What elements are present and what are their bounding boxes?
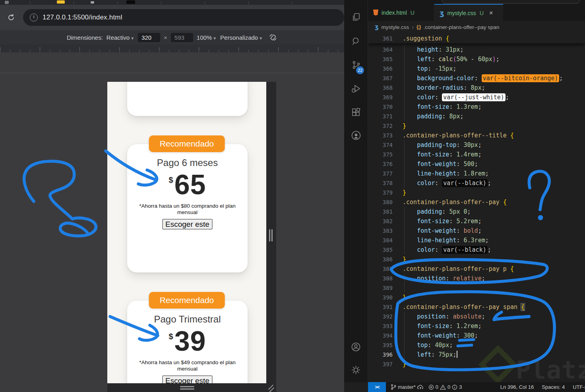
source-control-icon[interactable]: 22 [344,55,368,75]
tab-label: mystyle.css [447,10,476,16]
line-content: padding: 8px; [393,112,464,121]
indent-guide [404,321,405,331]
indent-guide [404,112,405,121]
reload-icon[interactable] [5,11,17,24]
breadcrumb-separator: › [412,24,414,30]
viewport-resize-handle-right[interactable] [269,229,270,241]
line-content: font-weight: 500; [393,159,478,169]
line-number: 391 [368,302,393,312]
code-line: 387.container-plans-offer--pay p { [368,264,585,274]
indent-guide [404,207,405,216]
url-text: 127.0.0.1:5500/index.html [43,14,122,21]
line-content: .suggestion { [393,34,449,43]
tab-index-html[interactable]: index.html U [368,4,434,21]
problems-item[interactable]: 0 0 3 [428,384,462,390]
viewport-width-input[interactable]: 320 [138,33,160,42]
code-line: 384 line-height: 6.3rem; [368,236,585,245]
settings-gear-icon[interactable] [344,360,368,380]
remote-indicator[interactable]: >< [368,382,386,392]
line-number: 386 [368,255,393,264]
code-line: 397} [368,359,585,369]
browser-toolbar: i 127.0.0.1:5500/index.html [0,5,344,31]
line-number: 377 [368,169,393,178]
code-line: 388 position: relative; [368,274,585,283]
command-center[interactable] [442,0,580,4]
search-icon[interactable] [344,31,368,51]
address-bar[interactable]: i 127.0.0.1:5500/index.html [23,9,344,26]
line-number: 371 [368,112,393,121]
line-content: height: 31px; [393,45,464,54]
git-untracked-flag: U [480,10,484,16]
line-number: 366 [368,64,393,73]
viewport-resize-handle-right[interactable] [271,229,273,241]
css-file-icon: ʒ [440,10,444,16]
code-line: 383 font-weight: bold; [368,226,585,236]
card-previous-partial [127,82,248,116]
viewport-height-input[interactable]: 593 [171,33,193,42]
scm-pending-badge: 22 [356,66,364,74]
indent-guide [404,331,405,340]
dimensions-label: Dimensiones: [67,34,103,41]
breadcrumb-symbol[interactable]: .container-plans-offer--pay span [423,24,499,30]
tab-mystyle-css[interactable]: ʒ mystyle.css U × [434,4,503,21]
line-content: color: var(--black); [393,178,491,188]
line-number: 393 [368,321,393,331]
breadcrumb-file[interactable]: mystyle.css [382,24,409,30]
currency-symbol: $ [169,332,173,341]
account-icon[interactable] [344,337,368,357]
indent-guide [404,169,405,178]
git-branch-item[interactable]: master* [391,384,424,390]
viewport-resize-handle-bottom[interactable] [180,388,194,390]
sticky-scroll-line: 361.suggestion { [368,34,585,43]
code-line: 374 padding-top: 30px; [368,140,585,150]
line-content: .container-plans-offer--pay span { [393,302,525,312]
line-content: } [393,293,406,302]
close-icon[interactable]: × [489,10,493,17]
warnings-icon [440,384,446,390]
tab-favicon [5,1,9,4]
line-content: left: 75px; [393,350,457,359]
extensions-icon[interactable] [344,103,368,123]
zoom-dropdown[interactable]: 100%▼ [197,34,217,41]
viewport-resize-handle-bottom[interactable] [180,386,194,387]
tab-separator [161,1,161,4]
code-line: 379} [368,188,585,197]
choose-plan-button[interactable]: Escoger este [162,219,213,230]
cursor-position[interactable]: Ln 396, Col 16 [500,384,534,390]
editor-group: index.html U ʒ mystyle.css U × ʒ mystyle… [368,0,585,392]
choose-plan-button[interactable]: Escoger este [162,375,213,383]
explorer-icon[interactable] [344,7,368,27]
github-icon[interactable] [344,126,368,145]
recommended-badge: Recomendado [149,135,225,152]
line-number: 370 [368,102,393,112]
tab-favicon-dark [126,0,135,4]
run-debug-icon[interactable] [344,79,368,99]
status-bar: >< master* 0 0 3 Ln 396, Col 16 Spaces: [368,382,585,392]
savings-note: *Ahorra hasta un $49 comprando el planme… [127,359,248,372]
code-editor[interactable]: 361.suggestion { 364 height: 31px;365 le… [368,33,585,382]
code-line: 378 color: var(--black); [368,178,585,188]
tab-separator [30,1,30,4]
rdm-canvas: Recomendado Pago 6 meses $65 *Ahorra has… [0,52,344,392]
errors-icon [428,384,434,390]
indent-guide [404,178,405,188]
code-line: 372} [368,121,585,131]
indent-guide [404,340,405,350]
line-content: font-size: 1.2rem; [393,321,482,331]
encoding[interactable]: UTF-8 [573,384,585,390]
code-line: 386} [368,255,585,264]
browser-tab-strip[interactable] [0,0,344,5]
line-number: 368 [368,83,393,93]
site-info-icon[interactable]: i [30,14,38,21]
symbol-class-icon: {;} [416,24,420,30]
line-number: 382 [368,216,393,226]
currency-symbol: $ [169,176,173,184]
throttling-dropdown[interactable]: Personalizado▼ [220,34,263,41]
rotate-viewport-icon[interactable] [269,33,277,42]
line-number: 369 [368,93,393,102]
code-line: 395 top: 40px; [368,340,585,350]
code-line: 371 padding: 8px; [368,112,585,121]
indentation[interactable]: Spaces: 4 [542,384,565,390]
dimensions-mode-dropdown[interactable]: Reactivo▼ [107,34,134,41]
code-line: 361.suggestion { [368,34,585,43]
